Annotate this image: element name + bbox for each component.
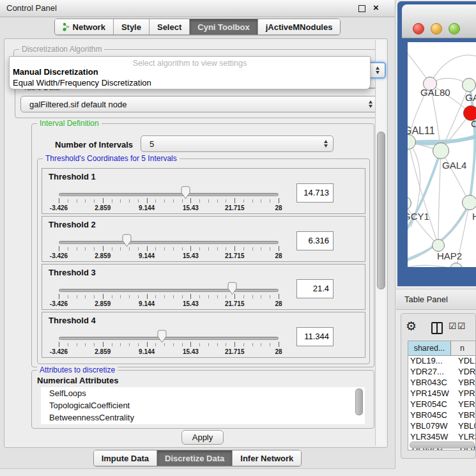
apply-button[interactable]: Apply [181,430,224,445]
table-hscrollbar[interactable] [410,441,475,449]
top-tab-bar: NetworkStyleSelectCyni ToolboxjActiveMNo… [0,19,395,35]
threshold-1-slider-track[interactable] [59,193,279,196]
gear-icon[interactable]: ⚙ [406,319,417,334]
node-label-HAP2: HAP2 [437,250,462,261]
threshold-1-slider-thumb[interactable] [181,186,190,199]
cell-name: YBR0 [451,378,475,388]
number-of-intervals-label: Number of Intervals [55,140,133,150]
discretization-algorithm-label: Discretization Algorithm [19,45,104,54]
float-window-icon[interactable] [358,5,365,12]
cell-name: YBR0 [451,410,475,421]
slider-tick-labels: -3.4262.8599.14415.4321.71528 [59,348,279,356]
tab-infer-network[interactable]: Infer Network [232,450,301,466]
attribute-items: SelfLoopsTopologicalCoefficientBetweenne… [41,387,365,424]
panel-scrollbar-track[interactable] [375,40,386,446]
node-label-C: C [471,118,476,129]
top-tab-group: NetworkStyleSelectCyni ToolboxjActiveMNo… [54,19,341,35]
mac-zoom-button[interactable] [449,23,460,35]
tab-label: jActiveMNodules [266,22,333,32]
threshold-2-value-field[interactable]: 6.316 [296,231,334,250]
screen: Control Panel × NetworkStyleSelectCyni T… [0,0,476,476]
mac-minimize-button[interactable] [431,23,442,35]
network-icon [63,22,70,31]
table-row[interactable]: YDL19...YDL1 [408,356,475,367]
list-item[interactable]: SelfLoops [41,387,365,399]
checkbox-icon[interactable]: ☑ [449,321,457,331]
cell-name: YBL0 [451,421,475,432]
threshold-2-slider-track[interactable] [59,241,279,244]
cyni-toolbox-panel: Discretization Algorithm Select algorith… [4,38,388,448]
table-row[interactable]: YBR045CYBR0 [408,410,475,421]
checkbox-icon[interactable]: ☑ [457,321,466,331]
table-row[interactable]: YDR27...YDR2 [408,367,475,378]
tab-select[interactable]: Select [149,19,189,35]
node-H-node[interactable] [462,195,476,210]
cell-shared-name: YDL19... [408,356,451,367]
window-title: Control Panel [6,3,57,13]
node-HAP2-node[interactable] [432,239,445,252]
network-canvas[interactable]: GAL80GACGAL11GAL4GCY1HHAP2 [408,42,476,267]
numerical-attributes-label: Numerical Attributes [37,376,118,385]
table-panel-title: Table Panel [404,295,448,304]
control-panel-titlebar[interactable]: Control Panel × [0,0,395,17]
combo-stepper-icon [376,66,380,74]
list-item[interactable]: TopologicalCoefficient [41,399,365,411]
table-rows: YDL19...YDL1YDR27...YDR2YBR043CYBR0YPR14… [408,356,475,450]
table-panel-window: ⚙ ☑ ☑ shared... n YDL19...YDL1YDR27...YD… [401,313,476,459]
node-GAL4-node[interactable] [433,142,449,159]
threshold-3-slider-thumb[interactable] [227,282,237,295]
threshold-4-slider-thumb[interactable] [157,330,167,343]
close-icon[interactable]: × [373,2,379,13]
threshold-3-slider-track[interactable] [59,289,279,292]
mac-close-button[interactable] [413,23,424,35]
tab-discretize-data[interactable]: Discretize Data [157,450,232,466]
algorithm-popup-hint: Select algorithm to view settings [10,59,370,68]
panel-scrollbar-thumb[interactable] [377,132,385,289]
table-data-combobox[interactable]: galFiltered.sif default node [20,96,378,112]
threshold-2-slider-thumb[interactable] [122,234,132,247]
table-data-value: galFiltered.sif default node [29,100,127,109]
threshold-4-slider-track[interactable] [59,337,279,340]
interval-definition-label: Interval Definition [37,119,102,128]
slider-ticks [59,198,279,204]
numerical-attributes-list[interactable]: SelfLoopsTopologicalCoefficientBetweenne… [41,387,365,424]
table-row[interactable]: YER054CYER0 [408,399,475,410]
tab-network[interactable]: Network [55,19,113,35]
attributes-group: Attributes to discretize Numerical Attri… [31,370,374,429]
threshold-4-value-field[interactable]: 11.344 [296,327,334,346]
list-scrollbar[interactable] [355,388,363,415]
split-columns-icon[interactable] [431,322,443,334]
cell-name: YDL1 [451,356,475,367]
table-row[interactable]: YBL079WYBL0 [408,421,475,432]
column-header-shared-name[interactable]: shared... [408,341,451,355]
cell-name: YPR1 [451,388,475,399]
number-of-intervals-combobox[interactable]: 5 [141,135,334,152]
algorithm-option-manual-discretization[interactable]: Manual Discretization [13,67,98,77]
column-header-name[interactable]: n [451,341,475,355]
cell-shared-name: YER054C [408,399,451,410]
algorithm-option-equal-width-frequency-discretization[interactable]: Equal Width/Frequency Discretization [13,78,151,88]
node-GA-node[interactable] [462,78,476,92]
attributes-group-label: Attributes to discretize [37,365,118,374]
algorithm-dropdown-popup: Select algorithm to view settings Manual… [9,56,371,89]
tab-label: Style [121,22,141,32]
combo-stepper-icon [369,100,372,108]
table-panel-titlebar[interactable]: Table Panel [396,289,476,310]
slider-tick-labels: -3.4262.8599.14415.4321.71528 [59,204,279,212]
cell-shared-name: YPR145W [408,388,451,399]
table-row[interactable]: YBR043CYBR0 [408,378,475,388]
threshold-3-value-field[interactable]: 21.4 [296,279,334,298]
slider-ticks [59,294,279,300]
tab-impute-data[interactable]: Impute Data [94,450,157,466]
threshold-label: Threshold 1 [49,172,96,181]
table-row[interactable]: YPR145WYPR1 [408,388,475,399]
tab-label: Impute Data [102,454,149,463]
list-item[interactable]: BetweennessCentrality [41,411,365,424]
network-window-titlebar[interactable] [402,4,476,38]
slider-tick-labels: -3.4262.8599.14415.4321.71528 [59,300,279,308]
tab-style[interactable]: Style [113,19,149,35]
tab-jactivemnodules[interactable]: jActiveMNodules [257,19,341,35]
tab-cyni-toolbox[interactable]: Cyni Toolbox [189,19,257,35]
slider-ticks [59,246,279,252]
threshold-1-value-field[interactable]: 14.713 [296,183,334,203]
